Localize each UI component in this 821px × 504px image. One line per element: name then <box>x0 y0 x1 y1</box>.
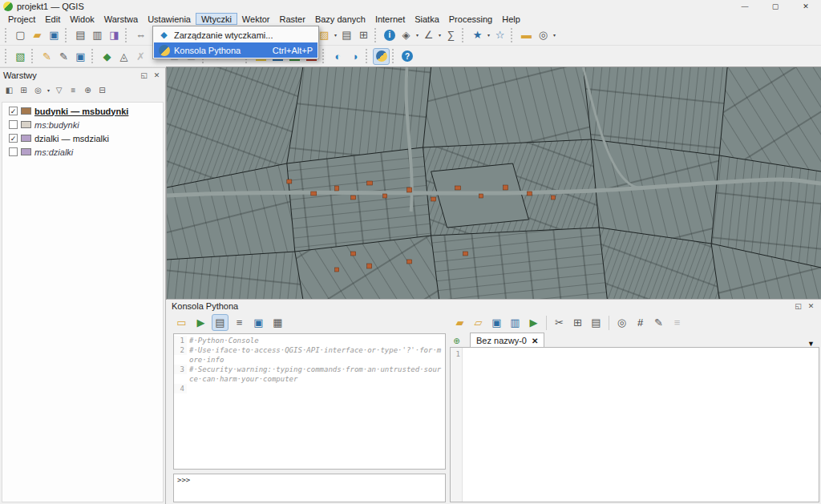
locator-icon[interactable]: ◎ <box>535 26 552 43</box>
maximize-button[interactable]: ▢ <box>760 0 791 13</box>
paste-icon[interactable]: ▤ <box>588 314 605 331</box>
layout-manager-icon[interactable]: ▥ <box>89 26 106 43</box>
editor-text-area[interactable] <box>463 348 819 502</box>
map-canvas[interactable] <box>167 67 821 299</box>
show-editor-icon[interactable]: ▤ <box>212 314 229 331</box>
layer-row-dzialki-msdzialki[interactable]: ✓ dzialki — msdzialki <box>2 131 163 145</box>
menu-siatka[interactable]: Siatka <box>410 13 444 25</box>
save-as-icon[interactable]: ▥ <box>507 314 524 331</box>
manage-map-themes-icon[interactable]: ◎ <box>31 83 45 97</box>
dropdown-arrow-icon[interactable]: ▾ <box>437 32 443 38</box>
field-calculator-icon[interactable]: ⊞ <box>355 26 372 43</box>
data-source-manager-icon[interactable]: ▧ <box>12 48 29 65</box>
menu-item-manage-plugins[interactable]: ◆ Zarządzanie wtyczkami... <box>154 27 317 42</box>
toggle-editing-icon[interactable]: ✎ <box>38 48 55 65</box>
open-in-external-editor-icon[interactable]: ▱ <box>470 314 487 331</box>
menu-help[interactable]: Help <box>497 13 525 25</box>
layer-row-budynki-msbudynki[interactable]: ✓ budynki — msbudynki <box>2 104 163 118</box>
copy-icon[interactable]: ⊞ <box>569 314 586 331</box>
menu-processing[interactable]: Processing <box>444 13 497 25</box>
panel-float-icon[interactable]: ◱ <box>139 70 149 80</box>
menu-internet[interactable]: Internet <box>370 13 410 25</box>
menu-bazy-danych[interactable]: Bazy danych <box>310 13 370 25</box>
layer-label[interactable]: ms:budynki <box>34 120 79 130</box>
measure-icon[interactable]: ∠ <box>420 26 437 43</box>
menu-wtyczki[interactable]: Wtyczki <box>196 13 237 25</box>
close-button[interactable]: ✕ <box>791 0 821 13</box>
minimize-button[interactable]: — <box>730 0 760 13</box>
cut-icon[interactable]: ✂ <box>551 314 568 331</box>
layer-row-ms-dzialki[interactable]: ms:dzialki <box>2 145 163 159</box>
save-script-icon[interactable]: ▣ <box>488 314 505 331</box>
console-input[interactable]: >>> <box>173 474 446 502</box>
open-project-icon[interactable]: ▰ <box>29 26 46 43</box>
layer-row-ms-budynki[interactable]: ms:budynki <box>2 118 163 131</box>
toolbar-grip[interactable] <box>511 28 516 42</box>
toolbar-grip[interactable] <box>31 49 36 63</box>
toolbar-grip[interactable] <box>322 49 327 63</box>
pan-map-icon[interactable]: ⇔ <box>132 26 149 43</box>
layer-checkbox[interactable] <box>9 147 18 156</box>
filter-by-expression-icon[interactable]: ≡ <box>67 83 80 97</box>
vertex-tool-icon[interactable]: ◬ <box>115 48 132 65</box>
layer-label[interactable]: budynki — msbudynki <box>34 107 128 116</box>
uncomment-icon[interactable]: ✎ <box>650 314 667 331</box>
show-bookmarks-icon[interactable]: ☆ <box>491 26 508 43</box>
console-float-icon[interactable]: ◱ <box>793 301 803 312</box>
layer-label[interactable]: ms:dzialki <box>34 147 73 157</box>
find-text-icon[interactable]: ◎ <box>613 314 630 331</box>
toolbar-grip[interactable] <box>366 49 370 63</box>
toolbar-grip[interactable] <box>374 28 379 42</box>
run-script-icon[interactable]: ▶ <box>525 314 542 331</box>
toolbar-grip[interactable] <box>5 49 10 63</box>
run-feature-action-icon[interactable]: ◈ <box>398 26 415 43</box>
layer-checkbox[interactable]: ✓ <box>9 134 18 143</box>
delete-selected-icon[interactable]: ✗ <box>132 48 149 65</box>
menu-item-python-console[interactable]: Konsola Pythona Ctrl+Alt+P <box>154 42 317 58</box>
dropdown-arrow-icon[interactable]: ▾ <box>415 32 420 38</box>
add-feature-icon[interactable]: ◆ <box>99 48 115 65</box>
toolbar-grip[interactable] <box>65 28 70 42</box>
save-layer-edits-icon[interactable]: ▣ <box>72 48 89 65</box>
panel-close-icon[interactable]: ✕ <box>152 70 162 80</box>
metasearch-icon[interactable]: ◐ <box>330 48 346 65</box>
open-script-icon[interactable]: ▰ <box>451 314 468 331</box>
attribute-table-icon[interactable]: ▤ <box>338 26 355 43</box>
open-layer-styling-icon[interactable]: ◧ <box>2 83 16 97</box>
menu-edit[interactable]: Edit <box>40 13 65 25</box>
dropdown-arrow-icon[interactable]: ▾ <box>46 87 51 93</box>
current-edits-icon[interactable]: ✎ <box>55 48 72 65</box>
run-command-icon[interactable]: ▶ <box>192 314 209 331</box>
add-group-icon[interactable]: ⊞ <box>17 83 30 97</box>
save-project-icon[interactable]: ▣ <box>46 26 63 43</box>
dropdown-arrow-icon[interactable]: ▾ <box>333 32 338 38</box>
web-services-icon[interactable]: ◑ <box>346 48 363 65</box>
filter-legend-icon[interactable]: ▽ <box>52 83 66 97</box>
new-print-layout-icon[interactable]: ▤ <box>72 26 89 43</box>
menu-warstwa[interactable]: Warstwa <box>99 13 143 25</box>
dropdown-arrow-icon[interactable]: ▾ <box>552 32 557 38</box>
expand-all-icon[interactable]: ⊕ <box>81 83 95 97</box>
clear-console-icon[interactable]: ▭ <box>173 314 190 331</box>
toolbar-grip[interactable] <box>125 28 130 42</box>
layer-checkbox[interactable] <box>9 120 18 129</box>
dropdown-arrow-icon[interactable]: ▾ <box>486 32 491 38</box>
console-help-icon[interactable]: ▣ <box>250 314 267 331</box>
toolbar-grip[interactable] <box>462 28 467 42</box>
tab-close-icon[interactable]: ✕ <box>532 337 538 345</box>
layer-label[interactable]: dzialki — msdzialki <box>34 134 109 143</box>
console-options-icon[interactable]: ≡ <box>231 314 248 331</box>
message-log-icon[interactable]: ▬ <box>518 26 535 43</box>
toolbar-grip[interactable] <box>5 28 10 42</box>
object-inspector-icon[interactable]: ≡ <box>669 314 686 331</box>
toolbar-grip[interactable] <box>91 49 96 63</box>
remove-layer-icon[interactable]: ⊟ <box>95 83 109 97</box>
console-close-icon[interactable]: ✕ <box>806 301 816 312</box>
menu-ustawienia[interactable]: Ustawienia <box>143 13 196 25</box>
code-editor[interactable]: 1 <box>450 347 819 502</box>
python-console-icon[interactable] <box>373 48 390 65</box>
menu-wektor[interactable]: Wektor <box>237 13 275 25</box>
identify-features-icon[interactable]: i <box>384 30 395 41</box>
new-project-icon[interactable]: ▢ <box>12 26 29 43</box>
toolbar-grip[interactable] <box>392 49 397 63</box>
